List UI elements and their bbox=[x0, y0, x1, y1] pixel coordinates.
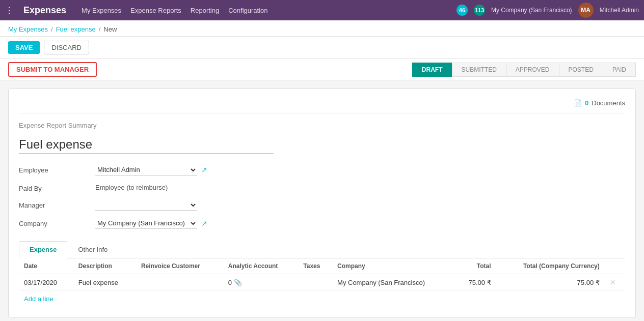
tab-other-info[interactable]: Other Info bbox=[67, 241, 118, 258]
app-name: Expenses bbox=[23, 5, 66, 16]
message-badge[interactable]: 113 bbox=[474, 5, 485, 16]
attach-icon[interactable]: 📎 bbox=[234, 279, 242, 286]
row-description[interactable]: Fuel expense bbox=[73, 274, 136, 291]
company-label: Company bbox=[19, 218, 90, 229]
col-total: Total bbox=[455, 258, 496, 274]
company-ext-link-icon[interactable]: ↗ bbox=[201, 219, 207, 227]
col-analytic: Analytic Account bbox=[223, 258, 299, 274]
col-date: Date bbox=[19, 258, 73, 274]
topnav: ⋮ Expenses My Expenses Expense Reports R… bbox=[0, 0, 644, 20]
status-draft[interactable]: DRAFT bbox=[412, 63, 452, 77]
col-reinvoice: Reinvoice Customer bbox=[136, 258, 223, 274]
row-date[interactable]: 03/17/2020 bbox=[19, 274, 73, 291]
status-paid[interactable]: PAID bbox=[603, 63, 636, 77]
manager-label: Manager bbox=[19, 199, 90, 211]
form-fields: Employee Mitchell Admin ↗ Paid By Employ… bbox=[19, 164, 325, 229]
row-analytic: 0 📎 bbox=[223, 274, 299, 291]
avatar[interactable]: MA bbox=[578, 3, 594, 18]
paid-by-value: Employee (to reimburse) bbox=[95, 184, 168, 191]
form-card: 📄 0 Documents Expense Report Summary Emp… bbox=[8, 89, 636, 317]
company-field: My Company (San Francisco) ↗ bbox=[95, 218, 325, 229]
row-delete[interactable]: ✕ bbox=[605, 274, 625, 291]
grid-icon[interactable]: ⋮ bbox=[5, 6, 13, 15]
toolbar: SAVE DISCARD bbox=[0, 37, 644, 59]
employee-ext-link-icon[interactable]: ↗ bbox=[201, 166, 207, 174]
save-button[interactable]: SAVE bbox=[8, 41, 40, 54]
row-total-company: 75.00 ₹ bbox=[496, 274, 605, 291]
submit-to-manager-button[interactable]: SUBMIT TO MANAGER bbox=[8, 62, 97, 77]
doc-count: 0 bbox=[585, 99, 588, 107]
col-taxes: Taxes bbox=[298, 258, 332, 274]
discard-button[interactable]: DISCARD bbox=[44, 41, 89, 54]
employee-label: Employee bbox=[19, 164, 90, 176]
status-steps: DRAFT SUBMITTED APPROVED POSTED PAID bbox=[412, 63, 636, 77]
row-total: 75.00 ₹ bbox=[455, 274, 496, 291]
doc-label: Documents bbox=[592, 99, 625, 107]
col-description: Description bbox=[73, 258, 136, 274]
paid-by-label: Paid By bbox=[19, 183, 90, 192]
nav-reporting[interactable]: Reporting bbox=[191, 5, 219, 16]
topnav-right: 46 113 My Company (San Francisco) MA Mit… bbox=[457, 3, 639, 18]
expense-title-input[interactable] bbox=[19, 135, 274, 154]
breadcrumb-fuel-expense[interactable]: Fuel expense bbox=[56, 25, 96, 33]
activity-badge[interactable]: 46 bbox=[457, 5, 468, 16]
doc-header: 📄 0 Documents bbox=[19, 99, 625, 113]
add-line-button[interactable]: Add a line bbox=[19, 291, 59, 307]
section-title: Expense Report Summary bbox=[19, 122, 625, 129]
manager-field bbox=[95, 199, 325, 211]
username: Mitchell Admin bbox=[600, 7, 639, 14]
col-company: Company bbox=[332, 258, 455, 274]
breadcrumb-my-expenses[interactable]: My Expenses bbox=[8, 25, 48, 33]
row-reinvoice bbox=[136, 274, 223, 291]
breadcrumb-new: New bbox=[103, 25, 117, 33]
col-actions bbox=[605, 258, 625, 274]
status-bar: SUBMIT TO MANAGER DRAFT SUBMITTED APPROV… bbox=[0, 59, 644, 80]
breadcrumb-sep-1: / bbox=[51, 25, 53, 33]
col-total-company: Total (Company Currency) bbox=[496, 258, 605, 274]
row-taxes bbox=[298, 274, 332, 291]
tab-expense[interactable]: Expense bbox=[19, 241, 67, 258]
documents-button[interactable]: 📄 0 Documents bbox=[574, 99, 625, 107]
company-selector[interactable]: My Company (San Francisco) bbox=[491, 7, 572, 14]
status-approved[interactable]: APPROVED bbox=[506, 63, 559, 77]
row-company[interactable]: My Company (San Francisco) bbox=[332, 274, 455, 291]
expense-table: Date Description Reinvoice Customer Anal… bbox=[19, 258, 625, 291]
document-icon: 📄 bbox=[574, 99, 582, 107]
breadcrumb-sep-2: / bbox=[99, 25, 101, 33]
company-select[interactable]: My Company (San Francisco) bbox=[95, 218, 197, 229]
tabs: Expense Other Info bbox=[19, 241, 625, 258]
breadcrumb: My Expenses / Fuel expense / New bbox=[0, 20, 644, 37]
topnav-menu: My Expenses Expense Reports Reporting Co… bbox=[82, 5, 446, 16]
main-content: 📄 0 Documents Expense Report Summary Emp… bbox=[0, 80, 644, 321]
nav-my-expenses[interactable]: My Expenses bbox=[82, 5, 121, 16]
manager-select[interactable] bbox=[95, 199, 197, 211]
employee-select[interactable]: Mitchell Admin bbox=[95, 164, 197, 176]
status-posted[interactable]: POSTED bbox=[559, 63, 603, 77]
employee-field: Mitchell Admin ↗ bbox=[95, 164, 325, 176]
table-row: 03/17/2020 Fuel expense 0 📎 My Company (… bbox=[19, 274, 625, 291]
status-submitted[interactable]: SUBMITTED bbox=[452, 63, 506, 77]
nav-configuration[interactable]: Configuration bbox=[228, 5, 267, 16]
nav-expense-reports[interactable]: Expense Reports bbox=[130, 5, 181, 16]
paid-by-field: Employee (to reimburse) bbox=[95, 183, 325, 192]
